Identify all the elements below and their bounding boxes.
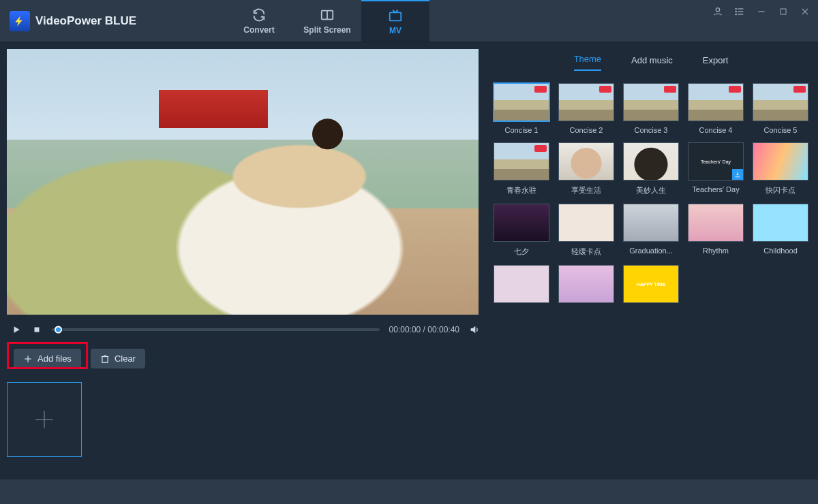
theme-thumbnail — [494, 204, 549, 242]
theme-item[interactable]: Concise 2 — [558, 83, 614, 134]
close-icon[interactable] — [799, 5, 811, 18]
time-display: 00:00:00 / 00:00:40 — [389, 325, 459, 334]
add-clip-slot[interactable] — [7, 382, 82, 457]
theme-label: Childhood — [763, 247, 798, 255]
theme-item[interactable]: 青春永驻 — [494, 142, 549, 195]
menu-icon[interactable] — [733, 5, 746, 18]
svg-rect-2 — [390, 12, 402, 20]
tab-theme[interactable]: Theme — [574, 54, 601, 71]
theme-label: Concise 5 — [764, 126, 798, 134]
theme-label: 青春永驻 — [506, 185, 536, 195]
account-icon[interactable] — [712, 5, 724, 18]
timeline-strip — [7, 382, 477, 464]
theme-thumbnail — [558, 265, 614, 303]
time-current: 00:00:00 — [389, 325, 421, 334]
bolt-icon — [10, 11, 30, 31]
minimize-icon[interactable] — [755, 5, 768, 18]
tab-mv-label: MV — [389, 26, 402, 35]
video-preview[interactable] — [7, 49, 479, 315]
theme-thumbnail — [558, 83, 614, 121]
svg-point-9 — [736, 14, 736, 14]
svg-rect-17 — [102, 356, 108, 362]
theme-label: 享受生活 — [571, 185, 601, 195]
play-button[interactable] — [11, 324, 22, 335]
theme-item[interactable] — [558, 265, 614, 308]
theme-item[interactable]: 轻缓卡点 — [558, 204, 614, 257]
theme-thumbnail — [558, 142, 614, 180]
add-files-button[interactable]: Add files — [14, 349, 81, 368]
volume-icon[interactable] — [469, 324, 480, 335]
theme-item[interactable]: 快闪卡点 — [753, 142, 808, 195]
stop-button[interactable] — [31, 324, 42, 335]
theme-item[interactable]: Concise 3 — [623, 83, 679, 134]
hot-badge-icon — [729, 86, 741, 93]
theme-item[interactable]: 七夕 — [494, 204, 549, 257]
theme-item[interactable]: Childhood — [753, 204, 808, 257]
clear-label: Clear — [115, 353, 136, 364]
maximize-icon[interactable] — [777, 5, 789, 18]
theme-item[interactable]: Graduation... — [623, 204, 679, 257]
theme-item[interactable]: Concise 1 — [494, 83, 549, 134]
seek-knob[interactable] — [55, 326, 62, 334]
svg-rect-14 — [35, 328, 40, 332]
player-controls: 00:00:00 / 00:00:40 — [7, 315, 484, 345]
window-controls — [712, 5, 811, 18]
app-logo: VideoPower BLUE — [0, 0, 136, 42]
theme-label: Concise 4 — [699, 126, 733, 134]
action-bar: Add files Clear — [0, 345, 484, 368]
theme-thumbnail — [623, 83, 679, 121]
theme-item[interactable]: Concise 5 — [753, 83, 808, 134]
theme-item[interactable]: Concise 4 — [688, 83, 744, 134]
app-title: VideoPower BLUE — [35, 14, 136, 28]
theme-thumbnail — [623, 142, 679, 180]
theme-thumbnail — [494, 265, 549, 303]
split-screen-icon — [320, 7, 335, 22]
tab-convert-label: Convert — [243, 25, 274, 35]
theme-item[interactable]: Teachers' Day — [688, 142, 744, 195]
theme-thumbnail — [558, 204, 614, 242]
preview-image — [7, 49, 479, 315]
theme-thumbnail — [494, 83, 549, 121]
theme-thumbnail — [688, 142, 744, 180]
theme-label: 快闪卡点 — [766, 185, 796, 195]
tab-split-screen[interactable]: Split Screen — [293, 0, 361, 42]
theme-label: 七夕 — [514, 247, 529, 257]
svg-point-8 — [736, 11, 736, 12]
theme-thumbnail — [753, 142, 808, 180]
svg-rect-11 — [781, 9, 786, 14]
theme-label: Concise 3 — [635, 126, 668, 134]
status-bar — [0, 479, 818, 504]
theme-label: Rhythm — [703, 247, 729, 255]
tab-split-label: Split Screen — [303, 25, 350, 35]
theme-label: Graduation... — [629, 247, 673, 255]
theme-item[interactable] — [494, 265, 549, 308]
hot-badge-icon — [534, 86, 547, 93]
tab-export[interactable]: Export — [703, 55, 729, 71]
theme-thumbnail — [494, 142, 549, 180]
add-files-label: Add files — [37, 353, 72, 364]
tab-convert[interactable]: Convert — [225, 0, 293, 42]
theme-thumbnail — [623, 204, 679, 242]
hot-badge-icon — [793, 86, 806, 93]
download-icon[interactable] — [732, 169, 743, 180]
hot-badge-icon — [599, 86, 611, 93]
theme-item[interactable]: Rhythm — [688, 204, 744, 257]
theme-label: Concise 1 — [505, 126, 539, 134]
theme-item[interactable] — [623, 265, 679, 308]
hot-badge-icon — [664, 86, 676, 93]
title-bar: VideoPower BLUE Convert Split Screen MV — [0, 0, 818, 42]
hot-badge-icon — [534, 145, 547, 152]
theme-label: 美妙人生 — [636, 185, 666, 195]
theme-grid: Concise 1Concise 2Concise 3Concise 4Conc… — [491, 83, 811, 308]
theme-item[interactable]: 享受生活 — [558, 142, 614, 195]
theme-thumbnail — [753, 83, 808, 121]
clear-button[interactable]: Clear — [91, 349, 145, 368]
tab-mv[interactable]: MV — [361, 0, 429, 42]
theme-item[interactable]: 美妙人生 — [623, 142, 679, 195]
tab-add-music[interactable]: Add music — [631, 55, 673, 71]
theme-label: Concise 2 — [570, 126, 603, 134]
theme-thumbnail — [688, 204, 744, 242]
svg-point-7 — [736, 8, 736, 9]
theme-thumbnail — [753, 204, 808, 242]
seek-slider[interactable] — [52, 328, 380, 331]
